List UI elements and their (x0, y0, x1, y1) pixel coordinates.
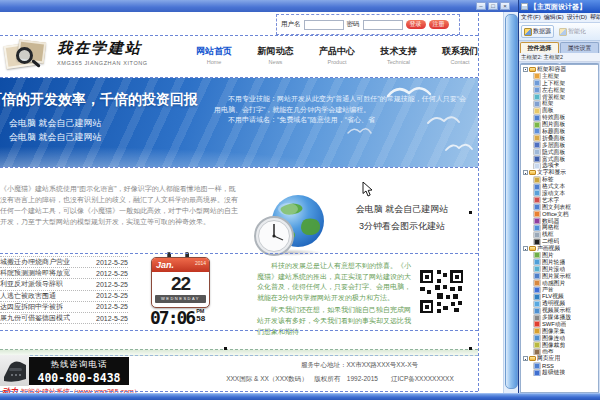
menu-item[interactable]: 编辑(E) (544, 13, 564, 22)
tree-item[interactable]: 标题面板 (521, 128, 598, 135)
tree-item[interactable]: 选项卡 (521, 162, 598, 169)
tree-item[interactable]: 左右框架 (521, 87, 598, 94)
news-row[interactable]: 城搬迁办理烧商户营业 2012-5-25 (0, 257, 128, 268)
tree-item[interactable]: 图文列表框 (521, 204, 598, 211)
selection-handle[interactable] (469, 347, 472, 350)
tree-item[interactable]: 图片 (521, 252, 598, 259)
tree-item[interactable]: 图片滚动 (521, 266, 598, 273)
news-row[interactable]: 利亚反对派领导辞职 2012-5-25 (0, 279, 128, 290)
control-icon (534, 266, 540, 272)
tree-item[interactable]: 图片展示框 (521, 273, 598, 280)
password-input[interactable] (363, 20, 403, 30)
clock-seconds: 58 (196, 315, 205, 323)
control-icon (534, 87, 540, 93)
tree-item[interactable]: RSS (521, 362, 598, 369)
tree-item-label: 特效面板 (542, 114, 565, 121)
tree-item[interactable]: 二维码 (521, 238, 598, 245)
taskbar[interactable] (0, 393, 600, 400)
guide-line (0, 77, 478, 78)
tree-item[interactable]: 上下框架 (521, 80, 598, 87)
panel-titlebar[interactable]: 【主页面设计器】 (519, 0, 600, 13)
brand-title: 我在学建站 (57, 39, 148, 58)
tree-item[interactable]: 框架和容器 (521, 66, 598, 73)
panel-tab[interactable]: 属性设置 (560, 42, 599, 53)
toolbar-button[interactable]: 数据源 (521, 25, 554, 38)
tree-item[interactable]: SWF动画 (521, 321, 598, 328)
tree-item[interactable]: 透明视频 (521, 300, 598, 307)
nav-item[interactable]: 联系我们 Contact (442, 45, 478, 65)
page-scrollbar[interactable] (503, 12, 518, 393)
tree-item[interactable]: 声画视频 (521, 245, 598, 252)
main-window-titlebar[interactable] (0, 0, 518, 12)
tree-item[interactable]: 多媒体播放 (521, 314, 598, 321)
tree-item[interactable]: 滚动文本 (521, 190, 598, 197)
collapse-icon[interactable] (523, 67, 528, 72)
news-date: 2012-5-25 (93, 303, 128, 310)
menu-item[interactable]: 帮助(H) (590, 13, 600, 22)
menu-item[interactable]: 文件(F) (521, 13, 541, 22)
window-control-button[interactable]: □ (488, 2, 498, 10)
window-control-button[interactable]: – (476, 2, 486, 10)
login-button[interactable]: 登录 (406, 20, 426, 29)
nav-sublabel: Product (319, 59, 355, 65)
register-button[interactable]: 注册 (429, 20, 449, 29)
tree-item[interactable]: 特效面板 (521, 114, 598, 121)
tree-item[interactable]: 超级链接 (521, 369, 598, 376)
username-input[interactable] (304, 20, 344, 30)
news-row[interactable]: 展九份可借鉴德国模式 2012-5-25 (0, 313, 128, 324)
tree-item[interactable]: 声音 (521, 287, 598, 294)
news-row[interactable]: 达因应拆阳中学被拆 2012-5-25 (0, 302, 128, 313)
tree-item[interactable]: 图片面板 (521, 121, 598, 128)
tree-item[interactable]: 多层面板 (521, 142, 598, 149)
tree-item-label: 多媒体播放 (542, 314, 571, 321)
tree-item[interactable]: 背景框架 (521, 94, 598, 101)
designer-panel-window: 【主页面设计器】 文件(F) 编辑(E) 设计(D) 帮助(H) 数据源 (518, 0, 600, 393)
tree-item[interactable]: 线框 (521, 231, 598, 238)
tree-item[interactable]: 网格框 (521, 224, 598, 231)
control-icon (534, 225, 540, 231)
tree-item[interactable]: FLV视频 (521, 293, 598, 300)
nav-item[interactable]: 技术支持 Technical (381, 45, 417, 65)
collapse-icon[interactable] (523, 170, 528, 175)
collapse-icon[interactable] (523, 246, 528, 251)
panel-tab[interactable]: 控件选择 (520, 42, 559, 53)
control-icon (534, 280, 540, 286)
brand-block: 我在学建站 XMG365 JIANGZHAN XITONG (57, 39, 148, 66)
window-control-button[interactable]: × (500, 2, 510, 10)
tree-item[interactable]: 图像连动 (521, 335, 598, 342)
tree-item[interactable]: 主框架 (521, 73, 598, 80)
tree-item[interactable]: 图像裁剪 (521, 342, 598, 349)
tree-item[interactable]: 框架 (521, 100, 598, 107)
menu-item[interactable]: 设计(D) (567, 13, 587, 22)
tree-item[interactable]: 艺术字 (521, 197, 598, 204)
tree-item[interactable]: 标签 (521, 176, 598, 183)
tree-item[interactable]: 视频展示框 (521, 307, 598, 314)
selection-handle[interactable] (469, 211, 472, 214)
tree-item-label: 声音 (542, 287, 554, 294)
tree-item[interactable]: 动感图片 (521, 280, 598, 287)
nav-sublabel: Contact (442, 59, 478, 65)
nav-item[interactable]: 网站首页 Home (196, 45, 232, 65)
news-row[interactable]: 人逃亡被政害围通 2012-5-25 (0, 291, 128, 302)
tree-item[interactable]: 图片轮播 (521, 259, 598, 266)
tree-item[interactable]: 画布 (521, 349, 598, 356)
nav-item[interactable]: 产品中心 Product (319, 45, 355, 65)
nav-label: 网站首页 (196, 45, 232, 58)
toolbar-button[interactable]: 智能化 (556, 25, 589, 38)
tree-item[interactable]: 折叠面板 (521, 135, 598, 142)
tree-item[interactable]: 隐式面板 (521, 149, 598, 156)
tree-item[interactable]: Office文档 (521, 211, 598, 218)
tree-item[interactable]: 图像采集 (521, 328, 598, 335)
scrollbar-thumb[interactable] (505, 14, 518, 389)
selection-handle[interactable] (224, 347, 227, 350)
tree-item[interactable]: 格式文本 (521, 183, 598, 190)
tree-item[interactable]: 富式面板 (521, 156, 598, 163)
nav-item[interactable]: 新闻动态 News (258, 45, 294, 65)
news-row[interactable]: 科院预测测绘即将放宽 2012-5-25 (0, 268, 128, 279)
digital-clock: 07:06 PM 58 (150, 309, 216, 327)
tree-item[interactable]: 文字和显示 (521, 169, 598, 176)
collapse-icon[interactable] (523, 356, 528, 361)
tree-item[interactable]: 网页应用 (521, 355, 598, 362)
tree-item[interactable]: 数码器 (521, 218, 598, 225)
tree-item[interactable]: 面板 (521, 107, 598, 114)
